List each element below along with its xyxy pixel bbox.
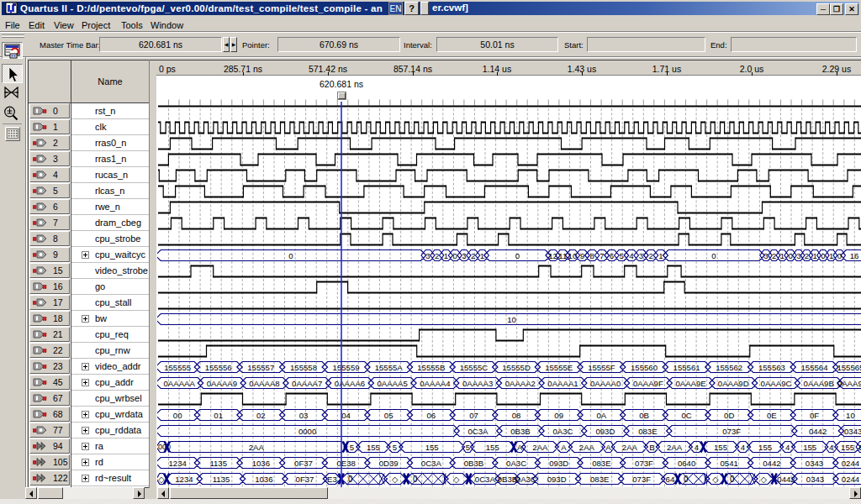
svg-text:0B3B: 0B3B: [498, 475, 517, 484]
svg-text:2AA: 2AA: [532, 443, 548, 452]
svg-text:00: 00: [173, 411, 182, 420]
svg-text:155: 155: [367, 443, 380, 452]
svg-text:4: 4: [829, 443, 834, 452]
svg-text:10: 10: [507, 315, 516, 324]
svg-text:155562: 155562: [716, 363, 742, 372]
svg-text:◇: ◇: [453, 475, 460, 484]
svg-text:1: 1: [480, 251, 484, 260]
svg-text:0AAAA9: 0AAAA9: [207, 379, 237, 388]
svg-text:0AAAA1: 0AAAA1: [547, 379, 578, 388]
svg-text:07: 07: [469, 411, 478, 420]
svg-text:3: 3: [462, 251, 466, 260]
svg-text:3: 3: [796, 251, 800, 260]
svg-text:1036: 1036: [255, 475, 272, 484]
svg-text:0F37: 0F37: [296, 475, 314, 484]
svg-text:8: 8: [590, 251, 594, 260]
svg-text:0AAAA2: 0AAAA2: [505, 379, 536, 388]
svg-text:155563: 155563: [758, 363, 785, 372]
svg-text:0AAA9B: 0AAA9B: [804, 379, 834, 388]
svg-text:A: A: [605, 443, 611, 452]
svg-text:0: 0: [730, 475, 735, 484]
svg-text:0244: 0244: [842, 459, 860, 468]
svg-text:0AAA9D: 0AAA9D: [718, 379, 749, 388]
svg-text:0: 0: [413, 475, 418, 484]
svg-text:0: 0: [788, 251, 792, 260]
svg-text:0: 0: [821, 251, 825, 260]
svg-text:0: 0: [837, 251, 842, 260]
svg-text:08: 08: [512, 411, 521, 420]
svg-text:1: 1: [444, 251, 448, 260]
svg-text:6: 6: [610, 251, 614, 260]
svg-text:0AAAAA: 0AAAAA: [164, 379, 196, 388]
svg-text:155: 155: [841, 443, 854, 452]
svg-text:0C: 0C: [681, 411, 691, 420]
svg-text:0AAA9A: 0AAA9A: [837, 379, 861, 388]
svg-text:15555C: 15555C: [460, 363, 489, 372]
svg-text:2AA: 2AA: [579, 443, 595, 452]
svg-text:093D: 093D: [595, 427, 615, 436]
svg-text:15555D: 15555D: [502, 363, 531, 372]
svg-text:1234: 1234: [169, 459, 188, 468]
svg-text:02: 02: [256, 411, 266, 420]
svg-text:093D: 093D: [547, 475, 567, 484]
svg-text:0244: 0244: [842, 475, 860, 484]
svg-text:1: 1: [813, 251, 817, 260]
svg-text:0AAAA6: 0AAAA6: [335, 379, 365, 388]
svg-text:B: B: [649, 443, 654, 452]
svg-text:083E: 083E: [592, 459, 610, 468]
svg-text:1: 1: [658, 251, 663, 260]
svg-text:0: 0: [711, 251, 716, 260]
svg-text:3: 3: [425, 251, 430, 260]
svg-text:0F: 0F: [810, 411, 819, 420]
svg-text:155555: 155555: [164, 363, 191, 372]
svg-text:0AAA9C: 0AAA9C: [761, 379, 792, 388]
svg-text:1135: 1135: [209, 459, 227, 468]
svg-text:10: 10: [568, 251, 578, 260]
svg-text:155: 155: [803, 443, 816, 452]
svg-text:0B: 0B: [639, 411, 649, 420]
svg-text:0343: 0343: [806, 475, 824, 484]
svg-text:2: 2: [471, 251, 475, 260]
svg-text:0B3B: 0B3B: [510, 427, 530, 436]
svg-text:0: 0: [515, 251, 520, 260]
svg-text:1: 1: [829, 251, 833, 260]
svg-text:093D: 093D: [549, 459, 568, 468]
svg-text:0A: 0A: [597, 411, 607, 420]
svg-text:0AAA9E: 0AAA9E: [675, 379, 705, 388]
svg-text:155: 155: [758, 443, 772, 452]
svg-text:09: 09: [554, 411, 563, 420]
svg-text:4: 4: [695, 443, 700, 452]
svg-text:◇: ◇: [392, 475, 399, 484]
svg-text:0A3C: 0A3C: [516, 475, 536, 484]
svg-text:A: A: [517, 443, 523, 452]
svg-text:2AA: 2AA: [249, 443, 265, 452]
svg-text:0442: 0442: [809, 427, 827, 436]
svg-text:0442: 0442: [763, 459, 780, 468]
svg-text:0B3B: 0B3B: [464, 459, 483, 468]
svg-text:0A3C: 0A3C: [552, 427, 573, 436]
svg-text:E3: E3: [327, 475, 337, 484]
svg-text:073F: 073F: [635, 459, 653, 468]
svg-text:0C3A: 0C3A: [475, 475, 496, 484]
svg-text:2: 2: [772, 251, 776, 260]
svg-text:5: 5: [393, 443, 397, 452]
svg-text:15555F: 15555F: [588, 363, 615, 372]
svg-text:01: 01: [214, 411, 223, 420]
svg-text:64: 64: [666, 475, 675, 484]
svg-text:0C3A: 0C3A: [421, 459, 442, 468]
svg-text:5: 5: [620, 251, 624, 260]
svg-text:2AA: 2AA: [667, 443, 683, 452]
svg-text:155561: 155561: [673, 363, 700, 372]
svg-text:A: A: [561, 443, 567, 452]
svg-text:083E: 083E: [638, 427, 657, 436]
svg-text:4: 4: [629, 251, 634, 260]
svg-text:155: 155: [714, 443, 727, 452]
svg-text:0: 0: [288, 251, 293, 260]
svg-text:0541: 0541: [721, 459, 738, 468]
svg-text:0E38: 0E38: [336, 459, 355, 468]
svg-text:155: 155: [486, 443, 499, 452]
svg-text:11: 11: [558, 251, 567, 260]
svg-text:4: 4: [741, 443, 746, 452]
svg-text:0AAA9F: 0AAA9F: [633, 379, 663, 388]
svg-text:1036: 1036: [252, 459, 270, 468]
